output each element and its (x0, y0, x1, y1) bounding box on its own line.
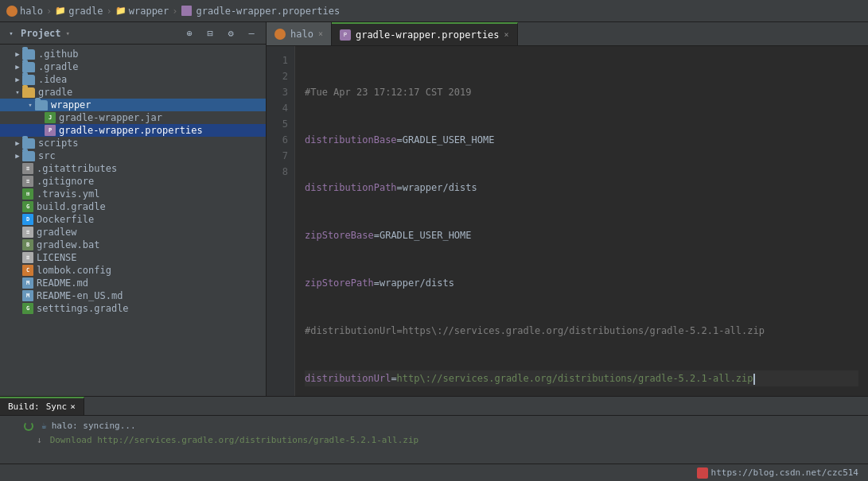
tab-gradle-wrapper-properties[interactable]: P gradle-wrapper.properties × (332, 22, 518, 45)
gradlew-icon: ≡ (22, 227, 33, 238)
gitattributes-icon: ≡ (22, 163, 33, 174)
tree-item-readme-en[interactable]: M README-en_US.md (0, 289, 266, 302)
locate-file-btn[interactable]: ⊕ (181, 25, 197, 41)
project-collapse-arrow[interactable]: ▾ (6, 29, 16, 37)
wrapper-folder-icon (35, 100, 48, 111)
settings-btn[interactable]: ⚙ (223, 25, 239, 41)
tree-item-gradlew[interactable]: ≡ gradlew (0, 226, 266, 239)
wrapper-label: wrapper (51, 99, 91, 111)
tree-item-gitattributes[interactable]: ≡ .gitattributes (0, 162, 266, 175)
line4-eq: = (374, 227, 380, 243)
tree-item-build-gradle[interactable]: G build.gradle (0, 200, 266, 213)
line3-eq: = (397, 180, 403, 196)
code-line-1: #Tue Apr 23 17:12:17 CST 2019 (305, 84, 858, 100)
src-arrow: ▶ (13, 152, 22, 160)
status-bar: https://blog.csdn.net/czc514 (0, 464, 868, 481)
line7-val: http\://services.gradle.org/distribution… (397, 370, 755, 386)
readme-en-icon: M (22, 290, 33, 301)
tab-halo-icon (274, 29, 286, 40)
breadcrumb-gradle-icon: 📁 (55, 6, 66, 16)
lombok-label: lombok.config (37, 265, 111, 276)
code-content[interactable]: #Tue Apr 23 17:12:17 CST 2019 distributi… (295, 46, 868, 396)
tree-item-src[interactable]: ▶ src (0, 149, 266, 162)
project-dropdown-arrow[interactable]: ▾ (66, 29, 70, 37)
tab-props-icon: P (340, 29, 351, 41)
tree-item-gradle-wrapper-properties[interactable]: P gradle-wrapper.properties (0, 124, 266, 137)
tree-item-wrapper[interactable]: ▾ wrapper (0, 99, 266, 111)
breadcrumb-wrapper[interactable]: 📁 wrapper (115, 6, 169, 17)
gradle-wrapper-properties-label: gradle-wrapper.properties (59, 125, 203, 136)
tab-halo[interactable]: halo × (267, 22, 332, 45)
gitignore-label: .gitignore (37, 176, 94, 187)
tree-item-github[interactable]: ▶ .github (0, 48, 266, 60)
tree-item-settings-gradle[interactable]: G setttings.gradle (0, 302, 266, 315)
line-num-1: 1 (267, 52, 294, 68)
lombok-icon: C (22, 265, 33, 276)
code-line-4: zipStoreBase=GRADLE_USER_HOME (305, 227, 858, 243)
breadcrumb-gradle[interactable]: 📁 gradle (55, 6, 103, 17)
code-line-6: #distributionUrl=https\://services.gradl… (305, 323, 858, 339)
readme-icon: M (22, 277, 33, 289)
gradle-spinner (24, 421, 33, 431)
build-tab-label: Build: (8, 401, 40, 412)
tree-item-travis[interactable]: ⊞ .travis.yml (0, 188, 266, 200)
breadcrumb-file[interactable]: gradle-wrapper.properties (181, 6, 341, 17)
sidebar-tree: ▶ .github ▶ .gradle ▶ .idea ▾ (0, 45, 266, 396)
gradlew-label: gradlew (37, 227, 77, 238)
tree-item-idea[interactable]: ▶ .idea (0, 73, 266, 86)
build-line-2-text: Download http://services.gradle.org/dist… (50, 433, 419, 448)
line-num-2: 2 (267, 68, 294, 84)
line3-val: wrapper/dists (403, 180, 477, 196)
gradle-hidden-label: .gradle (38, 61, 79, 72)
build-tab-close[interactable]: × (70, 401, 76, 412)
tree-item-gradle-wrapper-jar[interactable]: J gradle-wrapper.jar (0, 111, 266, 124)
project-label: Project (21, 28, 61, 39)
sync-tab-label: Sync (46, 401, 68, 412)
tree-item-gradle[interactable]: ▾ gradle (0, 86, 266, 99)
wrapper-arrow: ▾ (25, 101, 35, 109)
close-sidebar-btn[interactable]: — (243, 25, 259, 41)
tree-item-scripts[interactable]: ▶ scripts (0, 137, 266, 149)
tree-item-readme[interactable]: M README.md (0, 277, 266, 289)
stop-button[interactable] (697, 467, 708, 479)
license-label: LICENSE (37, 252, 77, 263)
code-line-5: zipStorePath=wrapper/dists (305, 275, 858, 291)
gradle-label: gradle (38, 87, 72, 98)
breadcrumb-wrapper-icon: 📁 (115, 6, 127, 16)
breadcrumb-sep-3: › (172, 6, 177, 17)
build-tab[interactable]: Build: Sync × (0, 397, 84, 415)
gradle-hidden-arrow: ▶ (13, 63, 22, 71)
line-numbers: 1 2 3 4 5 6 7 8 (267, 46, 295, 396)
travis-label: .travis.yml (37, 188, 99, 200)
breadcrumb: halo › 📁 gradle › 📁 wrapper › gradle-wra… (0, 0, 868, 22)
github-arrow: ▶ (13, 50, 22, 58)
breadcrumb-halo[interactable]: halo (6, 6, 43, 17)
gradlew-bat-label: gradlew.bat (37, 239, 99, 250)
line-num-3: 3 (267, 84, 294, 100)
gradle-folder-icon (22, 87, 35, 98)
line2-eq: = (397, 132, 403, 148)
build-gradle-icon: G (22, 201, 33, 212)
tree-item-gradle-hidden[interactable]: ▶ .gradle (0, 60, 266, 73)
cursor (753, 373, 755, 384)
compact-directories-btn[interactable]: ⊟ (202, 25, 218, 41)
tree-item-dockerfile[interactable]: D Dockerfile (0, 213, 266, 226)
tab-halo-label: halo (290, 29, 313, 40)
tab-halo-close[interactable]: × (318, 29, 323, 38)
tab-props-close[interactable]: × (504, 30, 509, 39)
github-label: .github (38, 48, 79, 60)
line4-key: zipStoreBase (305, 227, 374, 243)
tree-item-gradlew-bat[interactable]: B gradlew.bat (0, 239, 266, 251)
breadcrumb-file-label: gradle-wrapper.properties (197, 6, 341, 17)
readme-label: README.md (37, 277, 88, 289)
line2-key: distributionBase (305, 132, 397, 148)
code-editor[interactable]: 1 2 3 4 5 6 7 8 #Tue Apr 23 17:12:17 CST… (267, 46, 868, 396)
tree-item-lombok[interactable]: C lombok.config (0, 264, 266, 277)
tree-item-license[interactable]: ≡ LICENSE (0, 251, 266, 264)
line2-val: GRADLE_USER_HOME (403, 132, 495, 148)
tree-item-gitignore[interactable]: ≡ .gitignore (0, 175, 266, 188)
status-url: https://blog.csdn.net/czc514 (711, 467, 858, 478)
src-label: src (38, 150, 56, 161)
scripts-label: scripts (38, 138, 79, 149)
build-gradle-icon-text: ☕ (41, 419, 47, 433)
